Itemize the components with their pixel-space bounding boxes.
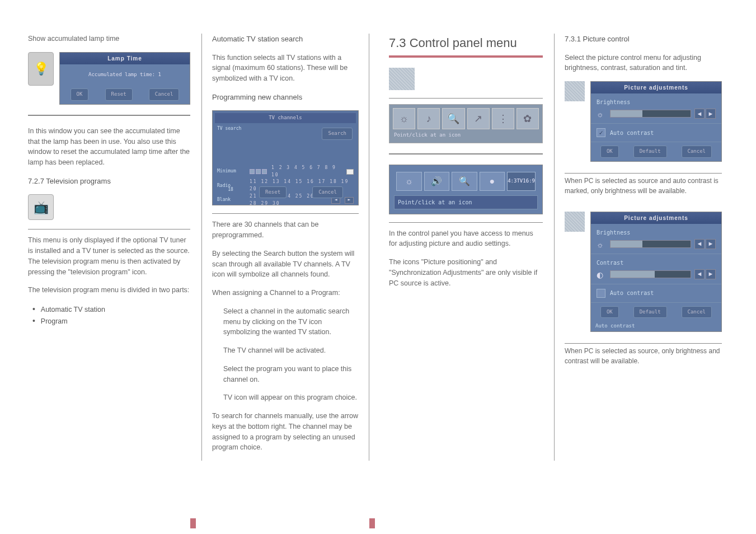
- page-marker: [369, 518, 375, 528]
- sun-icon: ☼: [597, 239, 607, 249]
- picture-icon[interactable]: ☼: [393, 108, 415, 129]
- control-panel-icon: [389, 68, 415, 90]
- control-panel-toolbar: ☼ ♪ 🔍 ↗ ⋮ ✿ Point/click at an icon: [389, 104, 543, 143]
- globe-icon[interactable]: ●: [480, 172, 505, 191]
- heading-control-panel: 7.3 Control panel menu: [389, 34, 543, 52]
- heading-lamp-time: Show accumulated lamp time: [28, 34, 190, 44]
- magnify-icon[interactable]: 🔍: [452, 172, 477, 191]
- manual-search-description: To search for channels manually, use the…: [212, 411, 359, 453]
- panel-hint: Point/click at an icon: [394, 195, 538, 209]
- lamp-cancel-button[interactable]: Cancel: [149, 88, 180, 101]
- lamp-time-window: Lamp Time Accumulated lamp time: 1 OK Re…: [59, 52, 190, 105]
- auto-search-description: This function selects all TV stations wi…: [212, 53, 359, 84]
- divider: [28, 229, 190, 229]
- ok-button[interactable]: OK: [600, 146, 619, 158]
- increase-button[interactable]: ►: [706, 109, 716, 119]
- ok-button[interactable]: OK: [600, 306, 619, 318]
- tv-menu-parts-list: Automatic TV station Program: [28, 303, 190, 327]
- divider: [389, 222, 543, 223]
- tv-reset-button[interactable]: Reset: [259, 186, 287, 199]
- audio-icon[interactable]: ♪: [417, 108, 440, 129]
- divider: [565, 343, 722, 344]
- tv-channels-window: TV channels TV search Search Minimum1 2 …: [212, 110, 359, 205]
- lightbulb-icon: 💡: [28, 52, 54, 86]
- tv-icon[interactable]: [346, 169, 354, 175]
- toolbar-hint: Point/click at an icon: [393, 129, 539, 139]
- heading-programming: Programming new channels: [212, 92, 359, 103]
- sync-icon[interactable]: ⋮: [492, 108, 514, 129]
- lamp-reset-button[interactable]: Reset: [105, 88, 133, 101]
- heading-underline: [389, 55, 543, 58]
- position-icon[interactable]: ↗: [467, 108, 490, 129]
- brightness-slider[interactable]: [610, 240, 691, 248]
- default-button[interactable]: Default: [633, 146, 667, 158]
- assign-step: Select a channel in the automatic search…: [223, 306, 359, 338]
- auto-contrast-checkbox[interactable]: ✓: [597, 128, 605, 137]
- aspect-ratio-button[interactable]: 4:3TV16:9: [507, 172, 536, 191]
- list-item: Program: [32, 315, 190, 327]
- search-button[interactable]: Search: [322, 128, 353, 140]
- caption-auto-contrast: When PC is selected as source and auto c…: [565, 176, 722, 196]
- lamp-window-title: Lamp Time: [60, 53, 190, 64]
- picture-control-icon: [565, 81, 585, 101]
- default-button[interactable]: Default: [633, 306, 667, 318]
- control-panel-window: ☼ 🔊 🔍 ● 4:3TV16:9 Point/click at an icon: [389, 165, 543, 214]
- decrease-button[interactable]: ◄: [694, 109, 705, 119]
- picture-control-description: Select the picture control menu for adju…: [565, 53, 722, 74]
- tv-menu-description: This menu is only displayed if the optio…: [28, 235, 190, 277]
- picture-adjustments-figure-1: Picture adjustments Brightness ☼ ◄ ► ✓: [565, 81, 722, 167]
- picture-adjustments-figure-2: Picture adjustments Brightness ☼ ◄ ► Con…: [565, 212, 722, 338]
- lamp-description: In this window you can see the accumulat…: [28, 126, 190, 168]
- page-marker: [190, 518, 196, 528]
- divider: [389, 98, 543, 99]
- heading-picture-control: 7.3.1 Picture control: [565, 34, 722, 45]
- tv-cancel-button[interactable]: Cancel: [312, 186, 343, 199]
- settings-icon[interactable]: ✿: [516, 108, 539, 129]
- row-label: Minimum: [217, 168, 245, 175]
- sun-icon: ☼: [597, 109, 607, 119]
- divider: [28, 115, 190, 116]
- auto-contrast-label: Auto contrast: [610, 289, 654, 297]
- search-description: By selecting the Search button the syste…: [212, 249, 359, 280]
- channels-count: There are 30 channels that can be prepro…: [212, 219, 359, 241]
- footer-hint: Auto contrast: [591, 321, 721, 331]
- speaker-icon[interactable]: 🔊: [424, 172, 450, 191]
- lamp-time-figure: 💡 Lamp Time Accumulated lamp time: 1 OK …: [28, 52, 190, 105]
- adj-window-title: Picture adjustments: [591, 212, 721, 224]
- contrast-slider[interactable]: [610, 270, 691, 278]
- assign-step: TV icon will appear on this program choi…: [223, 392, 359, 403]
- increase-button[interactable]: ►: [706, 269, 716, 279]
- divider: [565, 173, 722, 174]
- assign-step: Select the program you want to place thi…: [223, 364, 359, 385]
- cancel-button[interactable]: Cancel: [682, 306, 712, 318]
- assign-intro: When assigning a Channel to a Program:: [212, 288, 359, 298]
- zoom-icon[interactable]: 🔍: [442, 108, 464, 129]
- auto-contrast-checkbox[interactable]: [597, 289, 605, 298]
- divider: [389, 153, 543, 154]
- heading-auto-search: Automatic TV station search: [212, 34, 359, 45]
- contrast-label: Contrast: [597, 259, 716, 267]
- picture-control-icon: [565, 212, 585, 232]
- decrease-button[interactable]: ◄: [694, 269, 705, 279]
- tv-menu-parts-intro: The television program menu is divided i…: [28, 285, 190, 296]
- cancel-button[interactable]: Cancel: [682, 146, 712, 158]
- brightness-icon[interactable]: ☼: [396, 172, 422, 191]
- increase-button[interactable]: ►: [706, 239, 716, 249]
- list-item: Automatic TV station: [32, 303, 190, 315]
- tv-window-title: TV channels: [215, 113, 356, 123]
- contrast-icon: ◐: [597, 269, 607, 279]
- brightness-slider[interactable]: [610, 110, 691, 118]
- pc-source-note: The icons "Picture positioning" and "Syn…: [389, 257, 543, 288]
- lamp-ok-button[interactable]: OK: [71, 88, 89, 101]
- tv-program-icon: 📺: [28, 194, 54, 220]
- brightness-label: Brightness: [597, 98, 716, 106]
- decrease-button[interactable]: ◄: [694, 239, 705, 249]
- brightness-label: Brightness: [597, 228, 716, 237]
- caption-pc-source: When PC is selected as source, only brig…: [565, 346, 722, 366]
- control-panel-description: In the control panel you have access to …: [389, 228, 543, 250]
- auto-contrast-label: Auto contrast: [610, 129, 654, 137]
- heading-tv-programs: 7.2.7 Television programs: [28, 176, 190, 187]
- adj-window-title: Picture adjustments: [591, 82, 721, 93]
- assign-step: The TV channel will be activated.: [223, 345, 359, 356]
- lamp-window-text: Accumulated lamp time: 1: [60, 64, 190, 86]
